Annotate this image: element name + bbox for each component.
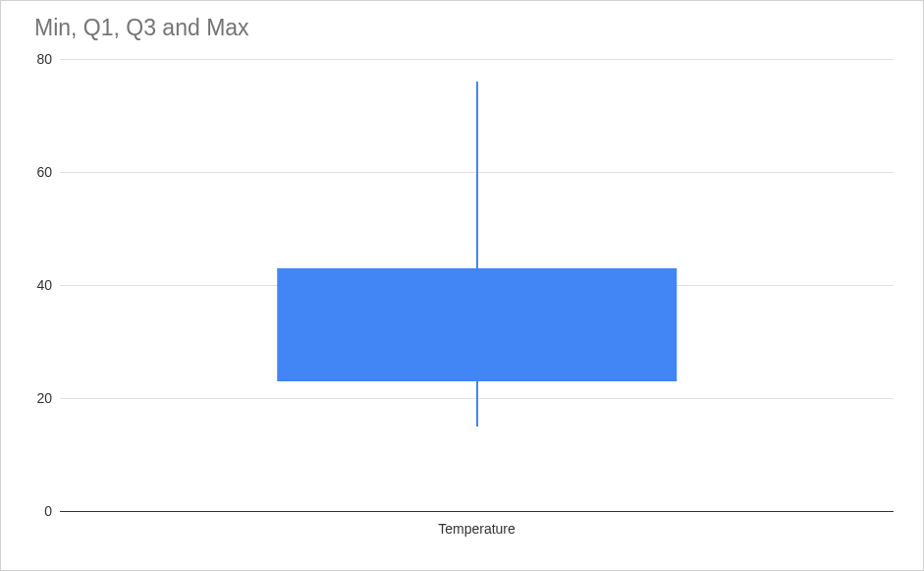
y-axis: 020406080 (30, 59, 60, 531)
grid-line (60, 59, 894, 60)
inner-plot (60, 59, 894, 511)
y-tick-label: 0 (44, 503, 52, 519)
y-tick-label: 20 (36, 390, 52, 406)
y-tick-label: 80 (36, 51, 52, 67)
x-axis-label: Temperature (438, 521, 516, 537)
chart-title: Min, Q1, Q3 and Max (30, 15, 894, 41)
y-tick-label: 40 (36, 277, 52, 293)
chart-container: Min, Q1, Q3 and Max 020406080 Temperatur… (1, 1, 923, 570)
plot-area: 020406080 Temperature (60, 59, 894, 531)
box-rect (277, 268, 678, 381)
x-axis-line (60, 511, 894, 512)
y-tick-label: 60 (36, 164, 52, 180)
